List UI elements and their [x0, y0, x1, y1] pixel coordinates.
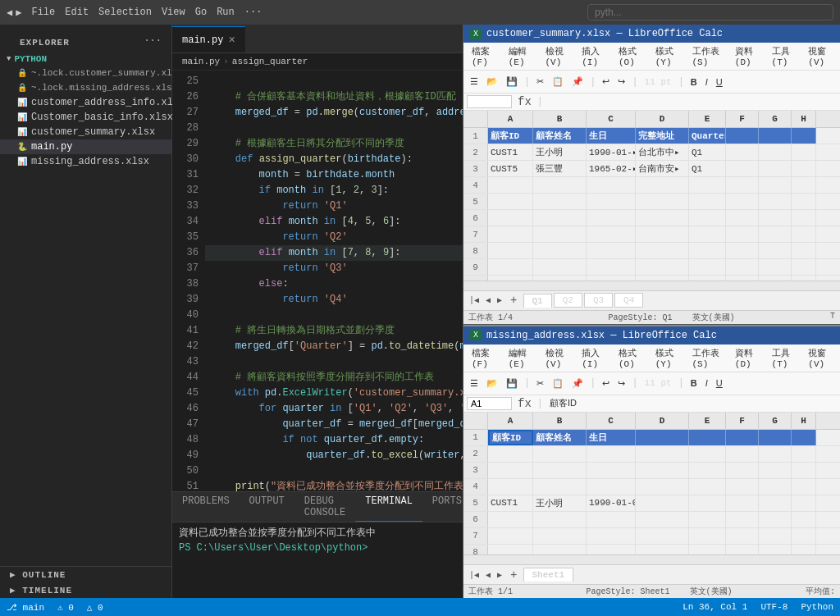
outline-section[interactable]: ▶ OUTLINE [0, 567, 171, 582]
lo-ma-col-G[interactable]: G [759, 413, 792, 429]
lo-cs-cell-ref[interactable] [467, 95, 512, 108]
cell-ma-H5[interactable] [792, 495, 816, 511]
terminal-content[interactable]: 資料已成功整合並按季度分配到不同工作表中 PS C:\Users\User\De… [172, 522, 463, 598]
cell-G2[interactable] [759, 144, 792, 160]
lo-ma-h-scrollbar[interactable] [463, 554, 840, 564]
cell-H3[interactable] [792, 161, 816, 176]
lo-cs-col-G[interactable]: G [759, 111, 792, 127]
lo-ma-bold-btn[interactable]: B [687, 376, 701, 390]
lo-ma-col-F[interactable]: F [726, 413, 759, 429]
lo-ma-menu-file[interactable]: 檔案(F) [468, 346, 499, 370]
cell-G1[interactable] [759, 128, 792, 144]
lo-ma-menu-insert[interactable]: 插入(I) [578, 346, 609, 370]
cell-B2[interactable]: 王小明 [533, 144, 587, 160]
cell-ma-D5[interactable] [636, 495, 689, 511]
lo-cs-fx-btn[interactable]: fx [515, 95, 534, 108]
cell-ma-A5[interactable]: CUST1 [488, 495, 533, 511]
cell-A3[interactable]: CUST5 [488, 161, 533, 176]
lo-ma-new-btn[interactable]: ☰ [467, 376, 482, 391]
cell-ma-F1[interactable] [726, 430, 759, 445]
cell-D3[interactable]: 台南市安▸ [636, 161, 689, 176]
lo-cs-menu-file[interactable]: 檔案(F) [468, 44, 499, 68]
lo-ma-sheet-nav-first[interactable]: |◀ [467, 569, 482, 581]
timeline-section[interactable]: ▶ TIMELINE [0, 582, 171, 598]
lo-cs-sheet-q3[interactable]: Q3 [584, 293, 613, 308]
lo-ma-col-E[interactable]: E [689, 413, 726, 429]
lo-cs-col-C[interactable]: C [587, 111, 636, 127]
menu-view[interactable]: View [162, 7, 185, 18]
sidebar-item-basic-info[interactable]: 📊 Customer_basic_info.xlsx [0, 110, 171, 125]
python-section[interactable]: ▼ PYTHON [0, 52, 171, 66]
cell-ma-E1[interactable] [689, 430, 726, 445]
lo-ma-menu-window[interactable]: 視窗(V) [805, 346, 835, 370]
menu-edit[interactable]: Edit [65, 7, 89, 18]
tab-output[interactable]: OUTPUT [240, 492, 294, 522]
lo-cs-col-H[interactable]: H [792, 111, 816, 127]
back-arrow[interactable]: ◀ [7, 7, 12, 19]
lo-ma-col-H[interactable]: H [792, 413, 816, 429]
lo-cs-col-E[interactable]: E [689, 111, 726, 127]
lo-cs-menu-data[interactable]: 資料(D) [732, 44, 762, 68]
lo-ma-menu-style[interactable]: 樣式(Y) [652, 346, 682, 370]
cell-E2[interactable]: Q1 [689, 144, 726, 160]
lo-ma-menu-sheet[interactable]: 工作表(S) [689, 346, 725, 370]
cell-A2[interactable]: CUST1 [488, 144, 533, 160]
cell-H1[interactable] [792, 128, 816, 144]
sidebar-item-summary[interactable]: 📊 customer_summary.xlsx [0, 125, 171, 139]
sidebar-item-missing-address[interactable]: 📊 missing_address.xlsx [0, 154, 171, 169]
lo-cs-save-btn[interactable]: 💾 [503, 74, 521, 89]
lo-cs-undo-btn[interactable]: ↩ [599, 74, 613, 89]
menu-run[interactable]: Run [217, 7, 235, 18]
breadcrumb-func[interactable]: assign_quarter [232, 57, 308, 66]
sidebar-item-lock-missing[interactable]: 🔒 ~.lock.missing_address.xlsx# [0, 80, 171, 95]
cell-C3[interactable]: 1965-02-▸ [587, 161, 636, 176]
cell-C2[interactable]: 1990-01-▸ [587, 144, 636, 160]
cell-ma-G1[interactable] [759, 430, 792, 445]
lo-cs-col-B[interactable]: B [533, 111, 587, 127]
lo-cs-sheet-nav-next[interactable]: ▶ [495, 294, 504, 306]
cell-G3[interactable] [759, 161, 792, 176]
sidebar-item-address-info[interactable]: 📊 customer_address_info.xlsx [0, 95, 171, 110]
sidebar-item-main-py[interactable]: 🐍 main.py [0, 139, 171, 154]
lo-cs-copy-btn[interactable]: 📋 [549, 74, 567, 89]
cell-F3[interactable] [726, 161, 759, 176]
lo-ma-save-btn[interactable]: 💾 [503, 376, 521, 391]
lo-cs-menu-tools[interactable]: 工具(T) [769, 44, 799, 68]
tab-terminal[interactable]: TERMINAL [355, 492, 422, 522]
lo-ma-fx-btn[interactable]: fx [515, 397, 534, 410]
cell-E1[interactable]: Quarter [689, 128, 726, 144]
lo-ma-col-A[interactable]: A [488, 413, 533, 429]
lo-ma-sheet-sheet1[interactable]: Sheet1 [523, 568, 574, 582]
lo-ma-menu-tools[interactable]: 工具(T) [769, 346, 799, 370]
cell-ma-H1[interactable] [792, 430, 816, 445]
lo-cs-menu-sheet[interactable]: 工作表(S) [689, 44, 725, 68]
cell-F2[interactable] [726, 144, 759, 160]
lo-cs-paste-btn[interactable]: 📌 [568, 74, 587, 89]
cell-B3[interactable]: 張三豐 [533, 161, 587, 176]
cell-ma-A1[interactable]: 顧客ID [488, 430, 533, 445]
lo-cs-menu-window[interactable]: 視窗(V) [805, 44, 835, 68]
lo-cs-add-sheet[interactable]: + [506, 293, 521, 308]
cell-F1[interactable] [726, 128, 759, 144]
lo-cs-new-btn[interactable]: ☰ [467, 74, 482, 89]
lo-cs-redo-btn[interactable]: ↪ [614, 74, 628, 89]
lo-ma-sheet-nav-next[interactable]: ▶ [495, 569, 504, 581]
lo-ma-open-btn[interactable]: 📂 [483, 376, 501, 391]
lo-ma-italic-btn[interactable]: I [702, 376, 711, 390]
lo-cs-menu-edit[interactable]: 編輯(E) [505, 44, 536, 68]
cell-ma-E5[interactable] [689, 495, 726, 511]
lo-ma-spreadsheet[interactable]: A B C D E F G H 1 顧客ID 顧客姓名 生日 [463, 413, 840, 554]
cell-ma-C1[interactable]: 生日 [587, 430, 636, 445]
lo-ma-add-sheet[interactable]: + [506, 568, 521, 582]
cell-ma-B1[interactable]: 顧客姓名 [533, 430, 587, 445]
menu-file[interactable]: File [31, 7, 55, 18]
lo-cs-col-A[interactable]: A [488, 111, 533, 127]
tab-problems[interactable]: PROBLEMS [172, 492, 240, 522]
cell-ma-D1[interactable] [636, 430, 689, 445]
menu-selection[interactable]: Selection [98, 7, 152, 18]
tab-close[interactable]: × [228, 34, 235, 47]
cell-D1[interactable]: 完整地址 [636, 128, 689, 144]
lo-cs-italic-btn[interactable]: I [702, 75, 711, 89]
lo-ma-menu-format[interactable]: 格式(O) [615, 346, 646, 370]
cell-H2[interactable] [792, 144, 816, 160]
